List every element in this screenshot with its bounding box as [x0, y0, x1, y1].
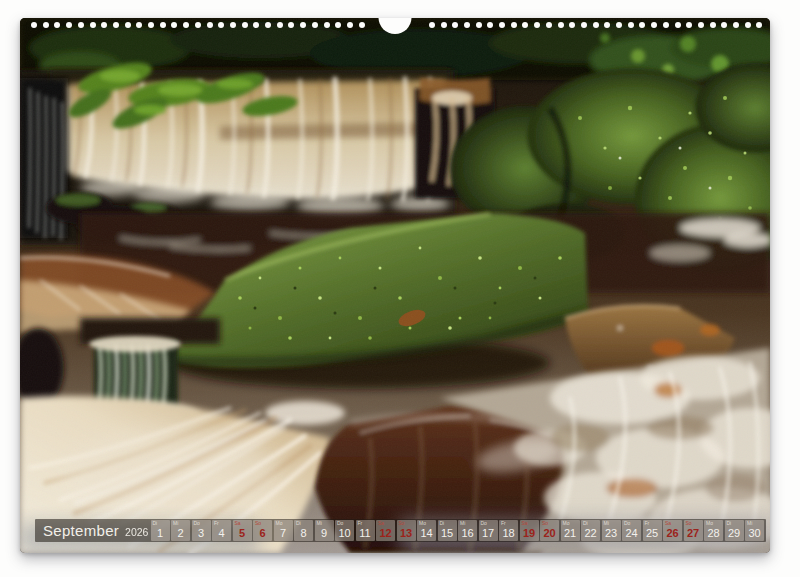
day-cell: Sa 5 [233, 520, 252, 541]
binding-hole [43, 22, 49, 28]
weekday-abbr: Mi [173, 520, 178, 527]
weekday-abbr: Di [440, 520, 445, 527]
binding-hole [651, 22, 657, 28]
binding-hole [324, 22, 330, 28]
binding-hole [628, 22, 634, 28]
binding-hole [90, 22, 96, 28]
day-cell: So 6 [253, 520, 272, 541]
binding-hole [242, 22, 248, 28]
weekday-abbr: So [255, 520, 261, 527]
day-number: 23 [602, 527, 621, 540]
binding-hole [207, 22, 213, 28]
binding-hole [288, 22, 294, 28]
binding-hole [125, 22, 131, 28]
binding-hole [218, 22, 224, 28]
weekday-abbr: Fr [214, 520, 219, 527]
binding-hole [476, 22, 482, 28]
weekday-abbr: Di [727, 520, 732, 527]
day-number: 14 [417, 527, 436, 540]
day-number: 5 [233, 527, 252, 540]
strip-label: September 2026 [37, 520, 149, 541]
day-number: 15 [438, 527, 457, 540]
day-number: 28 [704, 527, 723, 540]
day-cell: Do 3 [192, 520, 211, 541]
binding-hole [593, 22, 599, 28]
day-cell: Fr 18 [499, 520, 518, 541]
binding-hole [534, 22, 540, 28]
binding-hole [54, 22, 60, 28]
day-cell: Mi 23 [602, 520, 621, 541]
day-number: 11 [356, 527, 375, 540]
day-number: 2 [171, 527, 190, 540]
binding-hole [300, 22, 306, 28]
year-label: 2026 [125, 524, 148, 538]
binding-hole [710, 22, 716, 28]
weekday-abbr: Fr [501, 520, 506, 527]
binding-hole [265, 22, 271, 28]
day-number: 1 [151, 527, 170, 540]
day-cell: Fr 25 [643, 520, 662, 541]
binding-hole [312, 22, 318, 28]
weekday-abbr: Sa [522, 520, 528, 527]
day-cell: Di 22 [581, 520, 600, 541]
day-number: 25 [643, 527, 662, 540]
day-cell: Do 17 [479, 520, 498, 541]
binding-hole [581, 22, 587, 28]
day-number: 24 [622, 527, 641, 540]
day-cell: Sa 26 [663, 520, 682, 541]
binding-hole [171, 22, 177, 28]
weekday-abbr: Do [337, 520, 343, 527]
day-number: 13 [397, 527, 416, 540]
weekday-abbr: Mi [604, 520, 609, 527]
weekday-abbr: Di [583, 520, 588, 527]
day-cell: Sa 12 [376, 520, 395, 541]
day-number: 6 [253, 527, 272, 540]
binding-hole [756, 22, 762, 28]
day-cell: So 20 [540, 520, 559, 541]
binding-hole [101, 22, 107, 28]
binding-hole [160, 22, 166, 28]
day-number: 19 [520, 527, 539, 540]
day-cell: Mi 16 [458, 520, 477, 541]
binding-hole [558, 22, 564, 28]
weekday-abbr: Sa [378, 520, 384, 527]
binding-hole [487, 22, 493, 28]
day-cell: Do 10 [335, 520, 354, 541]
weekday-abbr: So [399, 520, 405, 527]
binding-hole [183, 22, 189, 28]
weekday-abbr: Mi [747, 520, 752, 527]
binding-hole [686, 22, 692, 28]
binding-hole [253, 22, 259, 28]
day-number: 9 [315, 527, 334, 540]
calendar-sheet: September 2026 Di 1 Mi 2 Do 3 Fr 4 Sa 5 … [20, 18, 770, 553]
day-cell: Mi 9 [315, 520, 334, 541]
weekday-abbr: Mi [317, 520, 322, 527]
day-cell: Di 8 [294, 520, 313, 541]
day-number: 16 [458, 527, 477, 540]
day-number: 29 [725, 527, 744, 540]
day-number: 26 [663, 527, 682, 540]
binding-hole [733, 22, 739, 28]
day-cell: Mi 30 [745, 520, 764, 541]
day-cell: Mo 21 [561, 520, 580, 541]
calendar-strip: September 2026 Di 1 Mi 2 Do 3 Fr 4 Sa 5 … [35, 519, 766, 542]
binding-hole [721, 22, 727, 28]
day-number: 10 [335, 527, 354, 540]
day-cell: Fr 11 [356, 520, 375, 541]
waterfall-scene [20, 18, 770, 553]
weekday-abbr: Mo [563, 520, 570, 527]
binding-hole [639, 22, 645, 28]
day-number: 7 [274, 527, 293, 540]
day-cell: Mi 2 [171, 520, 190, 541]
weekday-abbr: Do [481, 520, 487, 527]
binding-hole [464, 22, 470, 28]
day-cell: Di 15 [438, 520, 457, 541]
day-cell: Di 29 [725, 520, 744, 541]
weekday-abbr: Sa [665, 520, 671, 527]
day-number: 30 [745, 527, 764, 540]
day-number: 3 [192, 527, 211, 540]
day-number: 27 [684, 527, 703, 540]
binding-hole [31, 22, 37, 28]
binding-hole [230, 22, 236, 28]
binding-hole [335, 22, 341, 28]
